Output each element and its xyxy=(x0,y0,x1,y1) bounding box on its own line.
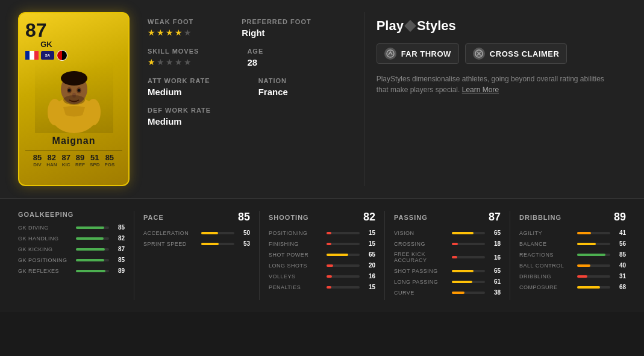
player-name: Maignan xyxy=(52,136,96,146)
volleys-name: VOLLEYS xyxy=(269,273,323,279)
ball-control-bar-container xyxy=(577,264,610,267)
composure-value: 68 xyxy=(614,284,626,290)
dribbling-header: DRIBBLING 89 xyxy=(519,211,626,223)
skill-star-2: ★ xyxy=(157,57,164,67)
long-passing-bar xyxy=(452,281,472,283)
info-row-1: WEAK FOOT ★ ★ ★ ★ ★ PREFERRED FOOT Right xyxy=(148,18,346,38)
card-stat-pos: 85 POS xyxy=(104,153,114,167)
penalties-bar-container xyxy=(327,286,360,289)
preferred-foot-label: PREFERRED FOOT xyxy=(242,18,311,25)
dribbling-stat-name: DRIBBLING xyxy=(519,273,574,279)
curve-bar xyxy=(452,292,464,294)
dribbling-category: DRIBBLING 89 AGILITY 41 BALANCE 56 REACT… xyxy=(510,211,626,300)
nation-value: France xyxy=(258,87,288,97)
ball-control-bar xyxy=(577,264,590,267)
short-passing-name: SHOT PASSING xyxy=(394,268,448,274)
volleys-bar-container xyxy=(327,275,360,278)
stat-row-gk-kicking: GK KICKING 87 xyxy=(18,246,125,252)
stats-section: GOALKEEPING GK DIVING 85 GK HANDLING 82 … xyxy=(0,199,644,312)
dribbling-total: 89 xyxy=(614,211,626,223)
info-row-3: ATT WORK RATE Medium NATION France xyxy=(148,77,346,97)
agility-value: 41 xyxy=(614,230,626,236)
reactions-bar-container xyxy=(577,254,610,256)
gk-diving-value: 85 xyxy=(113,224,125,231)
skill-star-1: ★ xyxy=(148,57,155,67)
preferred-foot-block: PREFERRED FOOT Right xyxy=(242,18,311,38)
stat-row-vision: VISION 65 xyxy=(394,230,501,236)
agility-bar-container xyxy=(577,232,610,234)
composure-bar xyxy=(577,286,600,289)
gk-diving-name: GK DIVING xyxy=(18,225,72,231)
gk-positioning-name: GK POSITIONING xyxy=(18,257,72,263)
long-shots-bar xyxy=(327,264,333,267)
gk-handling-bar xyxy=(76,237,104,240)
gk-kicking-name: GK KICKING xyxy=(18,246,72,252)
balance-value: 56 xyxy=(614,240,626,247)
short-passing-value: 65 xyxy=(489,267,501,274)
sprint-speed-value: 53 xyxy=(238,240,250,247)
penalties-value: 15 xyxy=(363,284,375,290)
player-info: WEAK FOOT ★ ★ ★ ★ ★ PREFERRED FOOT Right… xyxy=(148,12,346,186)
card-rating: 87 xyxy=(25,20,67,40)
gk-diving-bar-container xyxy=(76,226,109,229)
stat-row-curve: CURVE 38 xyxy=(394,289,501,296)
skill-star-3: ★ xyxy=(166,57,174,67)
finishing-bar xyxy=(327,243,331,245)
pace-category: PACE 85 ACCELERATION 50 SPRINT SPEED 53 xyxy=(134,211,260,300)
passing-total: 87 xyxy=(489,211,501,223)
reactions-bar xyxy=(577,254,605,256)
free-kick-value: 16 xyxy=(489,254,501,261)
goalkeeping-header: GOALKEEPING xyxy=(18,211,125,218)
stat-row-ball-control: BALL CONTROL 40 xyxy=(519,262,626,269)
skill-star-5: ★ xyxy=(184,57,192,67)
reactions-name: REACTIONS xyxy=(519,252,574,258)
cross-claimer-icon xyxy=(473,48,485,60)
svg-point-2 xyxy=(61,71,87,86)
curve-value: 38 xyxy=(489,289,501,296)
nation-block: NATION France xyxy=(258,77,288,97)
def-work-rate-value: Medium xyxy=(148,116,211,126)
reactions-value: 85 xyxy=(614,251,626,258)
stat-row-composure: COMPOSURE 68 xyxy=(519,284,626,290)
finishing-name: FINISHING xyxy=(269,241,323,247)
star-4: ★ xyxy=(175,28,183,37)
dribbling-bar xyxy=(577,275,587,278)
composure-name: COMPOSURE xyxy=(519,284,574,290)
learn-more-link[interactable]: Learn More xyxy=(462,86,499,94)
shooting-total: 82 xyxy=(363,211,375,223)
card-stat-spd: 51 SPD xyxy=(90,153,99,167)
positioning-bar-container xyxy=(327,232,360,234)
stat-row-short-passing: SHOT PASSING 65 xyxy=(394,267,501,274)
player-card: 87 GK SA xyxy=(18,12,130,186)
nation-label: NATION xyxy=(258,77,288,84)
short-passing-bar-container xyxy=(452,270,485,272)
crossing-bar-container xyxy=(452,243,485,245)
crossing-value: 18 xyxy=(489,240,501,247)
stat-row-finishing: FINISHING 15 xyxy=(269,240,375,247)
free-kick-name: FREE KICK ACCURACY xyxy=(394,251,448,263)
att-work-rate-label: ATT WORK RATE xyxy=(148,77,210,84)
weak-foot-label: WEAK FOOT xyxy=(148,18,193,25)
star-5: ★ xyxy=(184,28,192,37)
stat-row-long-shots: LONG SHOTS 20 xyxy=(269,262,375,269)
cross-claimer-label: CROSS CLAIMER xyxy=(490,49,560,58)
crossing-name: CROSSING xyxy=(394,241,448,247)
stat-row-balance: BALANCE 56 xyxy=(519,240,626,247)
passing-category: PASSING 87 VISION 65 CROSSING 18 FREE KI… xyxy=(385,211,510,300)
pace-header: PACE 85 xyxy=(143,211,250,223)
pace-name: PACE xyxy=(143,214,164,221)
milan-badge xyxy=(57,50,67,61)
shooting-name: SHOOTING xyxy=(269,214,309,221)
info-row-2: SKILL MOVES ★ ★ ★ ★ ★ AGE 28 xyxy=(148,48,346,67)
info-row-4: DEF WORK RATE Medium xyxy=(148,107,346,126)
acceleration-value: 50 xyxy=(238,230,250,236)
agility-name: AGILITY xyxy=(519,230,574,236)
gk-positioning-bar-container xyxy=(76,259,109,261)
balance-bar-container xyxy=(577,243,610,245)
stat-row-penalties: PENALTIES 15 xyxy=(269,284,375,290)
stat-row-shot-power: SHOT POWER 65 xyxy=(269,251,375,258)
penalties-name: PENALTIES xyxy=(269,284,323,290)
gk-positioning-value: 85 xyxy=(113,257,125,263)
vision-bar-container xyxy=(452,232,485,234)
passing-header: PASSING 87 xyxy=(394,211,501,223)
